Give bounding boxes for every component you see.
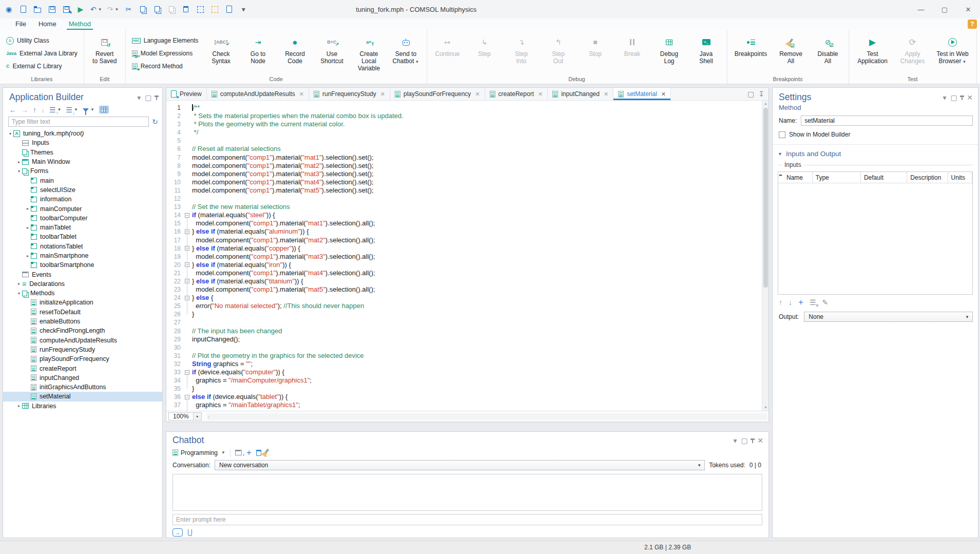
redo-icon[interactable]: ↷▼ [107,3,119,15]
expand-list-button[interactable]: ☰↑▼ [49,106,61,113]
tree-filter-input[interactable] [8,117,149,127]
movedown-button[interactable]: ↓ [41,106,45,113]
test-application-button[interactable]: ▶TestApplication [851,32,894,75]
tree-item-inputchanged[interactable]: inputChanged [3,373,162,383]
chevron-expanded-icon[interactable]: ▾ [16,169,22,174]
editor-tab-playsoundforfrequency[interactable]: playSoundForFrequency✕ [390,88,485,100]
tree-item-forms[interactable]: ▾Forms [3,166,162,176]
method-name-input[interactable]: setMaterial [801,116,973,126]
editor-zoom-level[interactable]: 100% [168,412,194,421]
qat-overflow-icon[interactable]: ▾ [239,3,248,15]
undo-icon[interactable]: ↶▼ [90,3,102,15]
model-expressions-button[interactable]: a=Model Expressions [130,48,201,59]
tree-item-information[interactable]: information [3,195,162,204]
pin-icon[interactable] [962,95,963,100]
tree-item-themes[interactable]: Themes [3,148,162,157]
close-tab-icon[interactable]: ✕ [604,91,608,98]
edit-table-icon[interactable]: ✎ [822,299,829,306]
show-in-model-builder-checkbox[interactable] [779,131,785,138]
close-tab-icon[interactable]: ✕ [475,91,479,98]
chevron-collapsed-icon[interactable]: ▸ [25,254,31,258]
tree-item-main[interactable]: main [3,176,162,185]
close-tab-icon[interactable]: ✕ [661,91,666,98]
close-tab-icon[interactable]: ✕ [380,91,385,98]
utility-class-button[interactable]: ≡Utility Class [4,35,80,46]
tree-item-initializeapplication[interactable]: initializeApplication [3,298,162,307]
chevron-down-icon[interactable]: ▾ [137,94,141,101]
tree-item-methods[interactable]: ▾Methods [3,289,162,298]
minimize-button[interactable]: — [909,0,933,18]
close-icon[interactable]: ✕ [967,94,973,101]
copy-icon[interactable] [138,3,147,15]
fold-toggle-icon[interactable]: − [184,393,192,401]
duplicate-icon[interactable] [167,3,176,15]
editor-tab-runfrequencystudy[interactable]: runFrequencyStudy✕ [309,88,390,100]
inputs-table-column-units[interactable]: Units [948,172,972,183]
move-row-up-icon[interactable]: ↑ [779,299,782,306]
tree-item-libraries[interactable]: ▸Libraries [3,402,162,411]
delete-rows-icon[interactable]: ☰× [810,299,816,306]
cut-icon[interactable]: ✂ [124,3,133,15]
tree-item-createreport[interactable]: createReport [3,364,162,373]
run-icon[interactable]: ▶ [76,3,85,15]
tree-item-declarations[interactable]: ▸≡Declarations [3,279,162,289]
app-logo[interactable]: ◉ [4,3,13,15]
tree-item-setmaterial[interactable]: setMaterial [3,392,162,401]
tab-overflow-icon[interactable]: ↧ [758,90,764,98]
chevron-collapsed-icon[interactable]: ▸ [16,160,22,164]
inputs-table[interactable]: ▸▸ NameTypeDefaultDescriptionUnits [778,171,973,295]
send-prompt-button[interactable]: → [172,528,183,537]
tree-item-checkfindpronglength[interactable]: checkFindProngLength [3,326,162,335]
inputs-table-column-name[interactable]: Name [778,172,813,183]
external-java-library-button[interactable]: JavaExternal Java Library [4,48,80,59]
help-button[interactable]: ? [968,20,977,29]
chevron-down-icon[interactable]: ▾ [943,94,947,101]
refresh-icon[interactable]: ↻ [152,118,158,125]
tree-item-toolbarcomputer[interactable]: toolbarComputer [3,214,162,223]
ribbon-tab-home[interactable]: Home [32,19,63,30]
external-c-library-button[interactable]: CExternal C Library [4,61,80,72]
ribbon-tab-file[interactable]: File [9,19,32,30]
scrollbar-thumb[interactable] [763,108,768,288]
scroll-left-icon[interactable]: ‹ [208,413,209,420]
clear-region-icon[interactable] [210,3,219,15]
tree-item-inputs[interactable]: Inputs [3,138,162,147]
chevron-collapsed-icon[interactable]: ▸ [16,404,22,408]
select-region-icon[interactable] [196,3,205,15]
tree-item-playsoundforfrequency[interactable]: playSoundForFrequency [3,354,162,364]
tree-item-main-window[interactable]: ▸Main Window [3,157,162,166]
tree-item-tuning-fork-mph[interactable]: ▾Atuning_fork.mph (root) [3,129,162,138]
inputs-table-column-default[interactable]: Default [861,172,907,183]
tree-item-enablebuttons[interactable]: enableButtons [3,317,162,326]
tree-item-notationstablet[interactable]: notationsTablet [3,242,162,251]
fold-toggle-icon[interactable]: − [184,244,192,253]
debug-log-button[interactable]: DebugLog [651,32,688,75]
tree-item-computeandupdateresults[interactable]: computeAndUpdateResults [3,336,162,345]
chevron-collapsed-icon[interactable]: ▸ [16,281,22,286]
editor-tab-createreport[interactable]: createReport✕ [485,88,548,100]
chatbot-prompt-input[interactable]: Enter prompt here [172,514,762,525]
java-shell-button[interactable]: >_JavaShell [688,32,725,75]
filter-button[interactable]: ▼ [83,107,94,112]
chatbot-mode-selector[interactable]: Programming ▼ [172,449,225,456]
send-to-chatbot-button[interactable]: Send toChatbot▼ [388,32,425,75]
attach-file-icon[interactable] [188,529,192,536]
tree-item-initgraphicsandbuttons[interactable]: initGraphicsAndButtons [3,383,162,392]
close-icon[interactable]: ✕ [757,437,763,444]
shell-icon[interactable]: › [235,450,242,455]
moveup-button[interactable]: ↑ [33,106,36,113]
editor-tab-setmaterial[interactable]: setMaterial✕ [613,88,671,100]
record-code-button[interactable]: ●RecordCode [277,32,314,75]
vertical-scrollbar[interactable]: ▲ ▼ [762,101,768,411]
record-method-button[interactable]: ●Record Method [130,61,201,72]
delete-conversation-icon[interactable] [256,450,261,456]
float-editor-icon[interactable]: ▢ [747,90,754,98]
back-button[interactable]: ← [9,106,16,113]
output-select[interactable]: None ▼ [804,312,973,322]
ribbon-tab-method[interactable]: Method [63,19,97,30]
fold-toggle-icon[interactable]: − [184,261,192,269]
editor-tab-preview[interactable]: ●Preview [166,88,207,100]
add-row-icon[interactable]: + [798,298,803,307]
scroll-down-icon[interactable]: ▼ [762,405,768,411]
collapse-list-button[interactable]: ☰↓▼ [66,106,78,113]
